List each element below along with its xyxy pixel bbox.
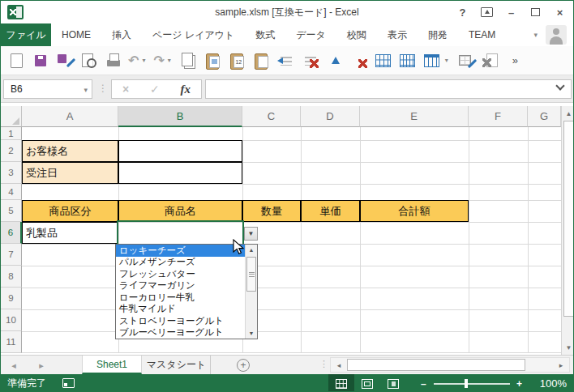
user-avatar[interactable] bbox=[546, 25, 567, 45]
scroll-up-icon[interactable]: ▲ bbox=[563, 107, 574, 120]
dropdown-item-selected[interactable]: ロッキーチーズ bbox=[116, 245, 245, 257]
tab-formulas[interactable]: 数式 bbox=[245, 23, 285, 46]
paste-picture-icon[interactable] bbox=[203, 51, 223, 70]
save-icon[interactable] bbox=[31, 51, 50, 70]
dropdown-item[interactable]: パルメザンチーズ bbox=[116, 257, 245, 269]
undo-caret-icon[interactable]: ▾ bbox=[140, 57, 147, 64]
scrollbar-splitter-icon[interactable]: ⋮ bbox=[319, 359, 328, 369]
vertical-scrollbar[interactable]: ▲ ▼ bbox=[561, 106, 574, 355]
cell-a5-category-header[interactable]: 商品区分 bbox=[22, 200, 118, 222]
table-icon[interactable] bbox=[422, 51, 442, 70]
column-header-f[interactable]: F bbox=[469, 106, 528, 127]
row-header-11[interactable]: 11 bbox=[1, 331, 22, 353]
row-header-7[interactable]: 7 bbox=[1, 244, 22, 266]
cancel-icon[interactable]: × bbox=[122, 83, 129, 96]
scroll-down-icon[interactable]: ▼ bbox=[563, 341, 574, 354]
dropdown-item[interactable]: 牛乳マイルド bbox=[116, 304, 245, 316]
name-box[interactable]: B6 ▾ bbox=[3, 79, 92, 99]
row-header-8[interactable]: 8 bbox=[1, 266, 22, 288]
edit-table-icon[interactable] bbox=[456, 51, 476, 70]
quick-print-icon[interactable] bbox=[104, 51, 123, 70]
maximize-button[interactable] bbox=[529, 5, 542, 19]
print-preview-icon[interactable] bbox=[79, 51, 99, 70]
cell-c5-quantity-header[interactable]: 数量 bbox=[242, 200, 301, 222]
table-caret-icon[interactable]: ▾ bbox=[443, 57, 450, 64]
sheet-tab-sheet1[interactable]: Sheet1 bbox=[82, 356, 142, 374]
row-header-10[interactable]: 10 bbox=[1, 309, 22, 331]
insert-cells-icon[interactable] bbox=[276, 51, 296, 70]
zoom-slider-track[interactable] bbox=[434, 383, 510, 385]
normal-view-button[interactable] bbox=[328, 374, 354, 392]
row-header-3[interactable]: 3 bbox=[1, 162, 22, 184]
cell-b5-product-header[interactable]: 商品名 bbox=[118, 200, 242, 222]
tab-developer[interactable]: 開発 bbox=[418, 23, 458, 46]
dropdown-item[interactable]: ストロベリーヨーグルト bbox=[116, 315, 245, 327]
scroll-right-icon[interactable]: ▸ bbox=[555, 359, 568, 371]
macro-record-icon[interactable] bbox=[62, 378, 75, 388]
dropdown-scroll-thumb[interactable] bbox=[246, 257, 256, 292]
column-header-d[interactable]: D bbox=[301, 106, 360, 127]
tab-team[interactable]: TEAM bbox=[458, 23, 506, 46]
close-button[interactable]: × bbox=[553, 5, 567, 19]
tab-review[interactable]: 校閲 bbox=[336, 23, 377, 46]
zoom-slider-thumb[interactable] bbox=[465, 379, 468, 388]
cell-d5-unit-price-header[interactable]: 単価 bbox=[301, 200, 360, 222]
column-header-g[interactable]: G bbox=[528, 106, 561, 127]
cell-b2-customer-input[interactable] bbox=[118, 140, 242, 162]
zoom-level-text[interactable]: 100% bbox=[540, 374, 567, 392]
horizontal-scroll-thumb[interactable] bbox=[347, 359, 525, 371]
scroll-left-icon[interactable]: ◂ bbox=[332, 359, 345, 371]
redo-icon[interactable]: ↷ bbox=[153, 51, 164, 70]
more-commands-icon[interactable]: » bbox=[505, 51, 525, 70]
zoom-out-button[interactable]: – bbox=[421, 374, 426, 392]
cell-e5-total-header[interactable]: 合計額 bbox=[360, 200, 469, 222]
dropdown-scrollbar[interactable]: ▲ ▼ bbox=[245, 245, 257, 339]
insert-rows-icon[interactable] bbox=[325, 51, 345, 70]
undo-icon[interactable]: ↶ bbox=[128, 51, 139, 70]
page-break-view-button[interactable] bbox=[380, 374, 406, 392]
sheet-nav-left-icon[interactable]: ◂ bbox=[6, 356, 22, 375]
cell-b3-order-date-input[interactable] bbox=[118, 162, 242, 184]
ribbon-options-caret-icon[interactable]: ▾ bbox=[533, 31, 538, 39]
formula-input[interactable] bbox=[205, 79, 572, 99]
dropdown-item[interactable]: ローカロリー牛乳 bbox=[116, 292, 245, 304]
tab-home[interactable]: HOME bbox=[51, 23, 101, 46]
redo-caret-icon[interactable]: ▾ bbox=[166, 57, 173, 64]
selected-cell-b6[interactable] bbox=[117, 220, 244, 245]
dropdown-item[interactable]: ライフマーガリン bbox=[116, 280, 245, 292]
sheet-nav-right-icon[interactable]: ▸ bbox=[33, 356, 49, 375]
tab-data[interactable]: データ bbox=[285, 23, 336, 46]
cell-a6-category-value[interactable]: 乳製品 bbox=[22, 222, 118, 244]
tab-page-layout[interactable]: ページ レイアウト bbox=[142, 23, 245, 46]
paste-icon[interactable] bbox=[252, 51, 272, 70]
delete-cells-icon[interactable] bbox=[301, 51, 320, 70]
column-header-c[interactable]: C bbox=[242, 106, 301, 127]
row-header-2[interactable]: 2 bbox=[1, 140, 22, 162]
merge-cells-icon[interactable] bbox=[374, 51, 393, 70]
page-layout-view-button[interactable] bbox=[354, 374, 380, 392]
save-as-icon[interactable] bbox=[55, 51, 75, 70]
formula-bar-splitter-icon[interactable]: ⋮ bbox=[98, 83, 108, 94]
insert-function-icon[interactable]: fx bbox=[181, 83, 191, 96]
tab-file[interactable]: ファイル bbox=[1, 23, 51, 46]
cell-a3-order-date-label[interactable]: 受注日 bbox=[22, 162, 118, 184]
tab-insert[interactable]: 挿入 bbox=[101, 23, 142, 46]
row-header-4[interactable]: 4 bbox=[1, 184, 22, 200]
new-document-icon[interactable] bbox=[6, 51, 26, 70]
dropdown-item[interactable]: フレッシュバター bbox=[116, 268, 245, 280]
ribbon-display-options-button[interactable] bbox=[480, 5, 494, 19]
dropdown-item[interactable]: ブルーベリーヨーグルト bbox=[116, 327, 245, 339]
row-header-6-selected[interactable]: 6 bbox=[1, 222, 22, 244]
delete-rows-icon[interactable] bbox=[349, 51, 369, 70]
split-table-icon[interactable] bbox=[398, 51, 418, 70]
select-all-corner[interactable] bbox=[1, 106, 22, 127]
name-box-caret-icon[interactable]: ▾ bbox=[84, 86, 88, 94]
worksheet-grid[interactable]: A B C D E F G 1 2 3 4 5 6 7 8 9 10 11 お客… bbox=[1, 103, 574, 355]
minimize-button[interactable]: – bbox=[504, 5, 518, 19]
copy-icon[interactable] bbox=[179, 51, 199, 70]
row-header-9[interactable]: 9 bbox=[1, 288, 22, 309]
dropdown-scroll-down-icon[interactable]: ▼ bbox=[246, 328, 257, 339]
sheet-tab-master[interactable]: マスタシート bbox=[143, 356, 211, 374]
column-header-a[interactable]: A bbox=[22, 106, 118, 127]
vertical-scroll-thumb[interactable] bbox=[563, 121, 574, 317]
